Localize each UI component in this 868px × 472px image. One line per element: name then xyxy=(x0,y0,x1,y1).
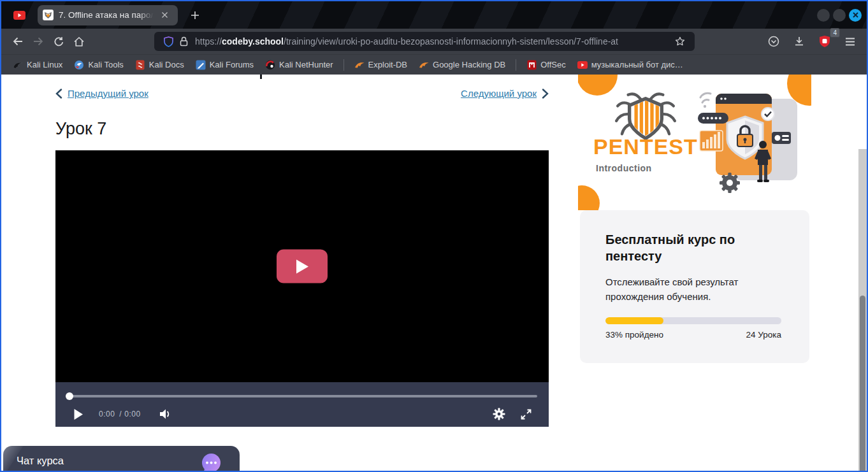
progress-labels: 33% пройдено 24 Урока xyxy=(605,330,781,340)
tab-close-icon[interactable] xyxy=(158,9,171,22)
maximize-button[interactable] xyxy=(833,9,846,22)
lock-icon[interactable] xyxy=(176,34,191,48)
offsec-icon xyxy=(526,60,537,70)
tab-title: 7. Offline атака на пароли xyxy=(59,10,156,20)
ghdb-bird-icon xyxy=(419,60,429,70)
forward-button[interactable] xyxy=(28,32,48,51)
youtube-icon xyxy=(577,60,588,70)
time-divider: / xyxy=(119,410,122,418)
play-button[interactable] xyxy=(69,405,87,423)
bookmark-label: Kali Tools xyxy=(88,60,123,69)
toolbar-right-icons: 4 xyxy=(763,32,860,51)
bookmark-music-bot[interactable]: музыкальный бот дис… xyxy=(572,58,688,72)
fullscreen-button[interactable] xyxy=(517,405,535,423)
bookmark-offsec[interactable]: OffSec xyxy=(521,58,571,72)
pentest-spider-shield-icon xyxy=(614,91,677,141)
bookmark-star-icon[interactable] xyxy=(672,33,688,50)
orange-blob xyxy=(578,185,600,210)
bookmark-label: Google Hacking DB xyxy=(433,60,505,69)
course-sidebar: PENTEST Introduction xyxy=(578,75,811,472)
progress-bar xyxy=(605,317,781,324)
back-button[interactable] xyxy=(8,32,28,51)
kali-forums-icon xyxy=(196,60,206,70)
kali-nethunter-icon xyxy=(265,60,275,70)
player-controls: 0:00 / 0:00 xyxy=(55,382,549,427)
bookmark-kali-docs[interactable]: Kali Docs xyxy=(130,58,189,72)
tracking-shield-icon[interactable] xyxy=(161,34,176,48)
play-icon xyxy=(73,408,83,420)
adblock-shield-icon xyxy=(819,35,830,48)
video-frame[interactable] xyxy=(55,150,549,382)
home-button[interactable] xyxy=(69,32,89,51)
bookmarks-separator xyxy=(344,59,344,71)
pinned-tab-youtube[interactable] xyxy=(10,6,28,25)
pocket-button[interactable] xyxy=(763,32,784,51)
bookmark-label: Kali Forums xyxy=(210,60,254,69)
course-chat-widget[interactable]: Чат курса xyxy=(3,446,240,472)
minimize-button[interactable] xyxy=(817,9,830,22)
bookmarks-separator xyxy=(516,59,516,71)
security-illustration xyxy=(697,83,801,198)
window-controls xyxy=(817,1,862,29)
progress-percent-label: 33% пройдено xyxy=(605,330,663,340)
lessons-count-label: 24 Урока xyxy=(746,330,781,340)
active-tab[interactable]: 7. Offline атака на пароли xyxy=(38,5,178,25)
page-content: Предыдущий урок Следующий урок Урок 7 xyxy=(1,75,867,472)
brand-name: PENTEST xyxy=(593,134,698,159)
duration: 0:00 xyxy=(124,410,140,418)
next-lesson[interactable]: Следующий урок xyxy=(461,88,549,99)
reload-button[interactable] xyxy=(48,32,69,51)
download-icon xyxy=(793,36,805,47)
exploit-db-bird-icon xyxy=(354,60,365,70)
big-play-button[interactable] xyxy=(277,250,328,283)
chat-bubble-icon[interactable] xyxy=(199,452,223,472)
close-button[interactable] xyxy=(849,9,862,22)
bookmark-kali-tools[interactable]: Kali Tools xyxy=(69,58,128,72)
seek-handle[interactable] xyxy=(66,392,73,400)
scrollbar-thumb[interactable] xyxy=(860,296,865,472)
plus-icon xyxy=(191,11,199,20)
progress-fill xyxy=(605,317,663,324)
bookmark-kali-forums[interactable]: Kali Forums xyxy=(191,58,259,72)
url-bar[interactable]: https://codeby.school/training/view/urok… xyxy=(154,32,695,51)
close-icon xyxy=(853,12,858,18)
next-lesson-link[interactable]: Следующий урок xyxy=(461,88,537,99)
menu-icon xyxy=(845,38,855,46)
prev-lesson-link[interactable]: Предыдущий урок xyxy=(68,88,148,99)
home-icon xyxy=(73,36,85,47)
forward-icon xyxy=(33,36,44,46)
url-text: https://codeby.school/training/view/urok… xyxy=(195,36,672,46)
downloads-button[interactable] xyxy=(789,32,809,51)
progress-card-title: Бесплатный курс по пентесту xyxy=(605,231,765,264)
lesson-navigation: Предыдущий урок Следующий урок xyxy=(55,88,549,99)
seek-bar[interactable] xyxy=(67,395,537,397)
bookmark-exploit-db[interactable]: Exploit-DB xyxy=(349,58,412,72)
prev-lesson[interactable]: Предыдущий урок xyxy=(55,88,148,99)
chat-title: Чат курса xyxy=(17,455,64,467)
time-display: 0:00 / 0:00 xyxy=(99,410,141,418)
menu-button[interactable] xyxy=(840,32,860,51)
volume-button[interactable] xyxy=(156,405,174,423)
bookmark-google-hacking-db[interactable]: Google Hacking DB xyxy=(414,58,510,72)
bookmark-kali-linux[interactable]: Kali Linux xyxy=(8,58,68,72)
back-icon xyxy=(12,36,24,46)
bookmark-label: Kali Docs xyxy=(149,60,184,69)
codeby-owl-icon xyxy=(43,10,54,20)
brand-subtitle: Introduction xyxy=(596,163,652,173)
adblock-extension-button[interactable]: 4 xyxy=(814,32,835,51)
bookmark-kali-nethunter[interactable]: Kali NetHunter xyxy=(260,58,338,72)
bookmarks-bar: Kali Linux Kali Tools Kali Docs Kali For… xyxy=(1,54,867,75)
bookmark-label: Kali Linux xyxy=(27,60,62,69)
bookmark-label: Kali NetHunter xyxy=(279,60,333,69)
bookmark-label: Exploit-DB xyxy=(368,60,407,69)
settings-button[interactable] xyxy=(490,405,508,423)
new-tab-button[interactable] xyxy=(187,7,203,24)
page-scrollbar[interactable] xyxy=(858,149,867,472)
volume-icon xyxy=(159,408,171,420)
bookmark-label: OffSec xyxy=(540,60,566,69)
navigation-toolbar: https://codeby.school/training/view/urok… xyxy=(1,29,867,54)
fullscreen-icon xyxy=(521,409,532,420)
adblock-badge: 4 xyxy=(830,28,840,38)
course-banner: PENTEST Introduction xyxy=(578,75,811,210)
kali-docs-icon xyxy=(135,60,145,70)
